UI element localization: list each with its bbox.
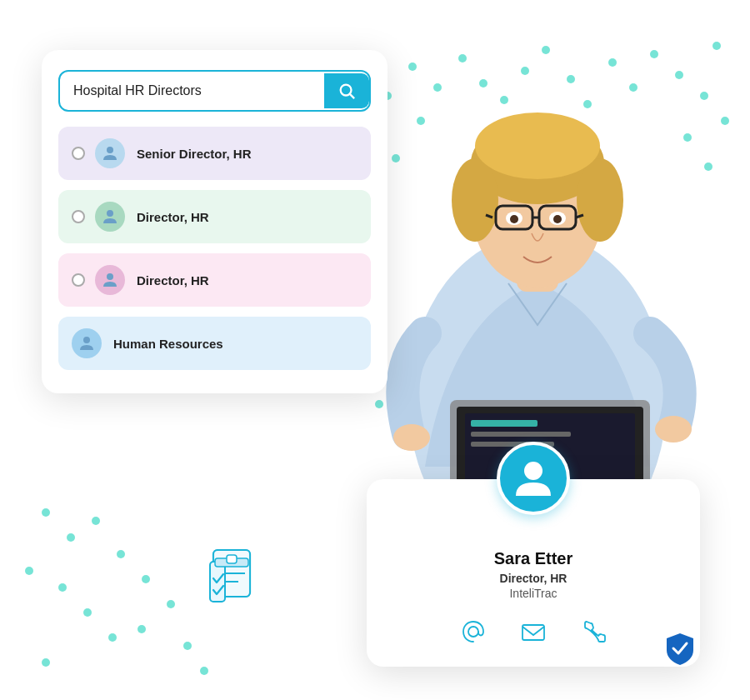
shield-icon bbox=[662, 630, 698, 667]
decorative-dot bbox=[142, 575, 150, 583]
profile-title: Director, HR bbox=[500, 572, 568, 585]
svg-point-23 bbox=[655, 416, 692, 442]
decorative-dot bbox=[92, 517, 100, 525]
svg-point-21 bbox=[553, 215, 562, 223]
svg-point-5 bbox=[83, 337, 90, 343]
svg-point-4 bbox=[107, 273, 113, 280]
svg-point-10 bbox=[452, 158, 498, 242]
shield-badge bbox=[662, 630, 698, 667]
svg-line-1 bbox=[350, 94, 354, 98]
decorative-dot bbox=[183, 642, 192, 650]
search-icon bbox=[338, 82, 356, 100]
list-item[interactable]: Director, HR bbox=[58, 190, 371, 243]
search-button[interactable] bbox=[324, 73, 369, 108]
profile-person-icon bbox=[511, 456, 556, 501]
avatar bbox=[95, 202, 125, 232]
decorative-dot bbox=[25, 567, 33, 575]
decorative-dot bbox=[167, 600, 175, 608]
list-item-label: Human Resources bbox=[113, 337, 223, 351]
person-icon bbox=[78, 335, 95, 352]
svg-rect-27 bbox=[471, 420, 538, 427]
profile-card: Sara Etter Director, HR InteliTrac bbox=[367, 479, 700, 667]
decorative-dot bbox=[67, 533, 75, 542]
svg-rect-38 bbox=[227, 555, 237, 563]
svg-point-2 bbox=[107, 147, 113, 153]
avatar bbox=[72, 328, 102, 358]
list-item[interactable]: Human Resources bbox=[58, 317, 371, 370]
radio-dot[interactable] bbox=[72, 210, 85, 223]
svg-point-39 bbox=[524, 462, 542, 480]
decorative-dot bbox=[58, 583, 67, 592]
contact-icons bbox=[460, 618, 607, 645]
phone-icon[interactable] bbox=[580, 618, 607, 645]
decorative-dot bbox=[108, 633, 117, 642]
svg-rect-41 bbox=[522, 625, 544, 640]
list-item[interactable]: Senior Director, HR bbox=[58, 127, 371, 180]
result-list: Senior Director, HR Director, HR Directo… bbox=[58, 127, 371, 370]
search-bar bbox=[58, 70, 371, 112]
search-panel: Senior Director, HR Director, HR Directo… bbox=[42, 50, 388, 393]
person-icon bbox=[102, 145, 118, 162]
decorative-dot bbox=[138, 625, 146, 633]
svg-point-22 bbox=[393, 424, 430, 451]
svg-point-12 bbox=[475, 112, 600, 179]
document-icon-wrap bbox=[208, 547, 262, 610]
svg-point-20 bbox=[510, 215, 518, 223]
decorative-dot bbox=[200, 667, 208, 675]
list-item-label: Senior Director, HR bbox=[137, 147, 252, 161]
avatar bbox=[95, 138, 125, 168]
list-item[interactable]: Director, HR bbox=[58, 253, 371, 307]
svg-point-40 bbox=[468, 627, 478, 637]
document-icon bbox=[208, 547, 262, 607]
list-item-label: Director, HR bbox=[137, 210, 209, 224]
svg-point-11 bbox=[577, 158, 623, 242]
svg-rect-28 bbox=[471, 432, 571, 437]
profile-company: InteliTrac bbox=[509, 587, 557, 600]
svg-point-3 bbox=[107, 210, 113, 217]
radio-dot[interactable] bbox=[72, 147, 85, 160]
email-at-icon[interactable] bbox=[460, 618, 487, 645]
search-input[interactable] bbox=[60, 72, 324, 110]
decorative-dot bbox=[117, 550, 125, 558]
profile-avatar bbox=[497, 442, 570, 515]
profile-name: Sara Etter bbox=[494, 549, 573, 568]
radio-dot[interactable] bbox=[72, 273, 85, 287]
decorative-dot bbox=[83, 608, 92, 617]
person-icon bbox=[102, 208, 118, 225]
mail-icon[interactable] bbox=[520, 618, 547, 645]
svg-point-0 bbox=[341, 85, 352, 96]
list-item-label: Director, HR bbox=[137, 273, 209, 288]
profile-avatar-wrap bbox=[497, 442, 570, 515]
person-illustration bbox=[342, 0, 733, 492]
person-icon bbox=[102, 272, 118, 288]
decorative-dot bbox=[42, 658, 50, 667]
decorative-dot bbox=[42, 508, 50, 517]
avatar bbox=[95, 265, 125, 295]
